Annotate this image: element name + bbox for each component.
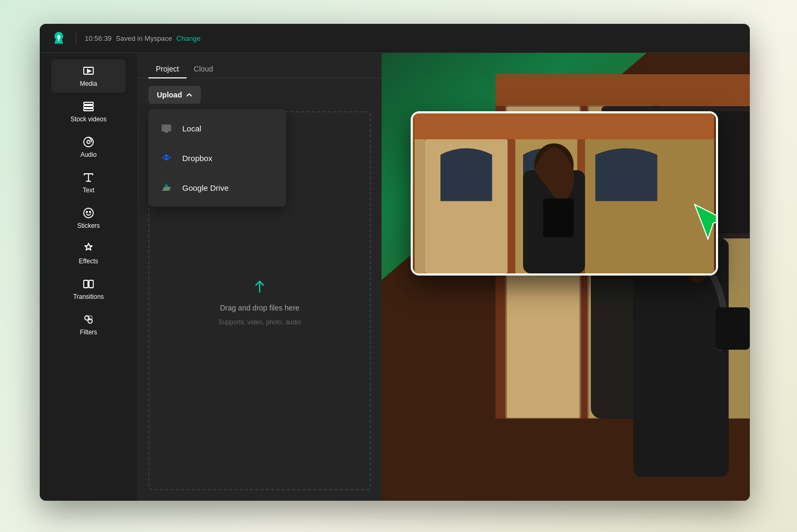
timestamp: 10:56:39 bbox=[85, 34, 112, 42]
svg-rect-17 bbox=[165, 131, 168, 132]
floating-video-card bbox=[411, 111, 718, 276]
svg-point-8 bbox=[86, 211, 87, 212]
svg-rect-20 bbox=[495, 74, 750, 106]
change-link[interactable]: Change bbox=[176, 34, 201, 42]
sidebar-item-audio[interactable]: Audio bbox=[51, 130, 126, 164]
audio-icon bbox=[82, 136, 95, 148]
svg-rect-16 bbox=[164, 130, 169, 131]
upload-button[interactable]: Upload bbox=[148, 86, 201, 104]
media-tabs: Project Cloud bbox=[138, 53, 382, 78]
sidebar-item-text[interactable]: Text bbox=[51, 166, 126, 199]
drop-sub-text: Supports: video, photo, audio bbox=[218, 318, 301, 326]
upload-arrow-icon bbox=[249, 276, 270, 297]
text-icon bbox=[82, 171, 95, 184]
top-bar: 10:56:39 Saved in Myspace Change bbox=[40, 24, 750, 53]
tab-cloud[interactable]: Cloud bbox=[187, 60, 221, 78]
sidebar-item-stock-videos[interactable]: Stock videos bbox=[51, 95, 126, 128]
transitions-icon bbox=[82, 278, 95, 290]
svg-rect-39 bbox=[414, 113, 714, 139]
svg-rect-10 bbox=[84, 280, 88, 288]
top-bar-info: 10:56:39 Saved in Myspace Change bbox=[85, 34, 200, 42]
player-background bbox=[382, 53, 750, 501]
tab-project[interactable]: Project bbox=[148, 60, 187, 78]
sidebar-item-stock-videos-label: Stock videos bbox=[70, 116, 107, 123]
svg-point-9 bbox=[90, 211, 91, 212]
sidebar-item-filters-label: Filters bbox=[80, 329, 98, 336]
video-card-content bbox=[413, 113, 716, 273]
svg-rect-2 bbox=[84, 102, 93, 104]
svg-rect-46 bbox=[543, 199, 573, 237]
media-panel: Project Cloud Upload bbox=[138, 53, 382, 501]
svg-rect-41 bbox=[414, 139, 424, 273]
svg-rect-4 bbox=[84, 109, 93, 111]
google-drive-icon bbox=[159, 180, 174, 195]
sidebar-item-media-label: Media bbox=[80, 80, 98, 87]
svg-marker-48 bbox=[695, 205, 718, 239]
effects-icon bbox=[82, 242, 95, 255]
logo-icon bbox=[50, 30, 67, 47]
dropbox-icon bbox=[159, 150, 174, 165]
svg-rect-47 bbox=[539, 203, 543, 234]
upload-dropdown: Local Dropbox bbox=[148, 109, 286, 207]
svg-rect-3 bbox=[84, 105, 93, 108]
svg-point-7 bbox=[84, 208, 93, 218]
local-icon bbox=[159, 121, 174, 136]
dropdown-google-drive-label: Google Drive bbox=[182, 183, 229, 192]
sidebar-item-stickers-label: Stickers bbox=[77, 222, 100, 229]
dropdown-local-label: Local bbox=[182, 124, 201, 133]
sidebar-item-transitions[interactable]: Transitions bbox=[51, 272, 126, 306]
sidebar-item-media[interactable]: Media bbox=[51, 59, 126, 93]
svg-rect-11 bbox=[89, 280, 93, 288]
svg-rect-37 bbox=[715, 307, 750, 350]
dropdown-dropbox-label: Dropbox bbox=[182, 154, 212, 163]
filters-icon bbox=[82, 313, 95, 326]
saved-text: Saved in Myspace bbox=[116, 34, 172, 42]
svg-point-6 bbox=[87, 140, 90, 144]
dropdown-item-local[interactable]: Local bbox=[148, 113, 286, 143]
sidebar-item-filters[interactable]: Filters bbox=[51, 308, 126, 341]
player-area: Player bbox=[382, 53, 750, 501]
capcut-logo bbox=[51, 31, 66, 46]
dropdown-item-google-drive[interactable]: Google Drive bbox=[148, 173, 286, 202]
top-bar-divider bbox=[76, 32, 76, 45]
app-window: 10:56:39 Saved in Myspace Change Media S… bbox=[40, 24, 750, 501]
upload-section: Upload bbox=[138, 78, 382, 111]
sidebar-item-effects-label: Effects bbox=[79, 258, 98, 265]
stock-videos-icon bbox=[82, 100, 95, 113]
chevron-up-icon bbox=[186, 92, 192, 98]
svg-marker-1 bbox=[87, 69, 91, 73]
main-content: Project Cloud Upload bbox=[138, 53, 750, 501]
cursor-arrow-icon bbox=[689, 199, 718, 242]
stickers-icon bbox=[82, 207, 95, 219]
upload-label: Upload bbox=[157, 91, 182, 99]
dropdown-item-dropbox[interactable]: Dropbox bbox=[148, 143, 286, 173]
sidebar-item-text-label: Text bbox=[83, 187, 94, 194]
sidebar-item-audio-label: Audio bbox=[81, 151, 97, 158]
sidebar-item-stickers[interactable]: Stickers bbox=[51, 201, 126, 235]
drop-main-text: Drag and drop files here bbox=[220, 304, 299, 312]
media-icon bbox=[82, 65, 95, 77]
sidebar-item-transitions-label: Transitions bbox=[73, 293, 104, 300]
sidebar-item-effects[interactable]: Effects bbox=[51, 237, 126, 270]
video-preview bbox=[413, 113, 716, 273]
sidebar: Media Stock videos Audio bbox=[40, 53, 138, 501]
